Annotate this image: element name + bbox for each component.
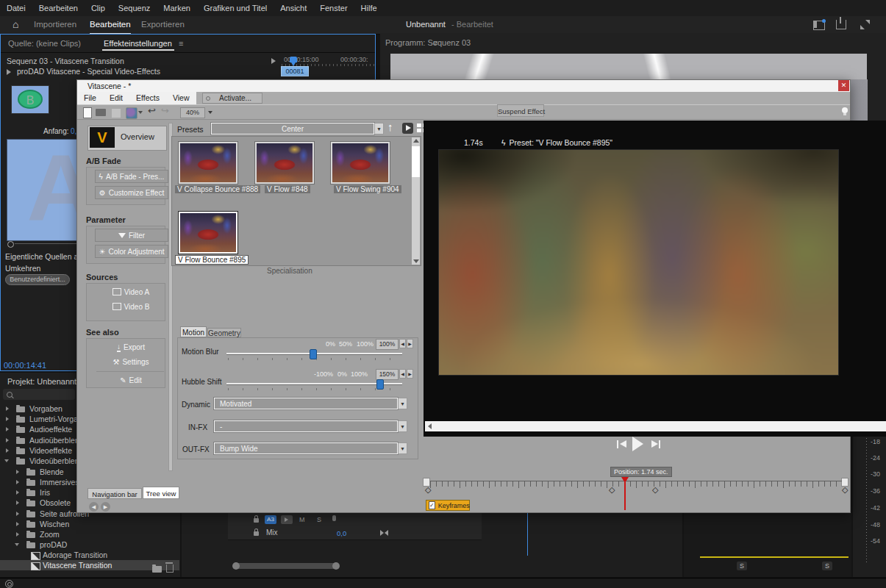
spin-left-icon[interactable]: ◀	[399, 339, 406, 348]
preview-hscrollbar[interactable]	[425, 421, 886, 431]
effect-twirl-icon[interactable]	[7, 69, 11, 75]
prev-frame-icon[interactable]	[617, 440, 626, 449]
keyframe-diamond[interactable]: ◇	[842, 485, 848, 495]
menu-clip[interactable]: Clip	[85, 0, 112, 16]
menu-bearbeiten[interactable]: Bearbeiten	[32, 0, 85, 16]
source-patch-icon[interactable]	[281, 515, 293, 524]
lock-icon[interactable]	[254, 531, 259, 536]
solo-button[interactable]: S	[317, 516, 321, 523]
clip-b-thumbnail[interactable]: B	[11, 85, 49, 114]
keyframe-diamond[interactable]: ◇	[425, 485, 431, 495]
solo-button-left[interactable]: S	[737, 562, 747, 570]
out-fx-arrow-icon[interactable]: ▼	[398, 442, 407, 454]
creative-cloud-icon[interactable]	[5, 580, 13, 588]
preset-up-icon[interactable]: ↑	[387, 121, 393, 133]
lightbulb-icon[interactable]	[842, 107, 848, 113]
tree-row[interactable]: Adorage Transition	[0, 550, 179, 560]
preset-category-arrow-icon[interactable]: ▼	[374, 123, 384, 135]
customize-effect-button[interactable]: ⚙Customize Effect	[95, 186, 168, 199]
new-file-icon[interactable]	[83, 107, 92, 118]
undo-icon[interactable]: ↩	[148, 105, 156, 116]
red-playhead-line[interactable]	[624, 482, 626, 510]
ab-fade-presets-button[interactable]: ϟA/B Fade - Pres...	[95, 170, 168, 183]
tab-navigation-bar[interactable]: Navigation bar	[87, 488, 142, 499]
spin-left-icon[interactable]: ◀	[399, 369, 406, 379]
share-icon[interactable]	[836, 20, 846, 29]
motion-blur-value[interactable]: 100%	[376, 339, 399, 350]
scroll-left-icon[interactable]	[428, 423, 432, 429]
menu-grafiken[interactable]: Grafiken und Titel	[197, 0, 274, 16]
open-file-icon[interactable]	[96, 109, 106, 116]
vitascene-titlebar[interactable]: Vitascene - * ✕	[77, 80, 850, 92]
solo-button-right[interactable]: S	[822, 562, 832, 570]
workspace-icon[interactable]	[813, 21, 825, 30]
zoom-track[interactable]	[15, 243, 76, 244]
tab-effect-controls[interactable]: Effekteinstellungen	[104, 39, 172, 48]
menu-fenster[interactable]: Fenster	[313, 0, 354, 16]
timeline-hscrollbar[interactable]	[234, 563, 338, 569]
panel-timecode[interactable]: 00:00:14:41	[4, 361, 46, 370]
mini-playhead[interactable]	[290, 57, 297, 62]
tree-row[interactable]: proDAD	[0, 539, 179, 550]
tree-row[interactable]: Wischen	[0, 519, 179, 529]
spin-right-icon[interactable]: ▶	[407, 369, 413, 379]
track-a3-badge[interactable]: A3	[265, 515, 276, 524]
checkbox-checked-icon[interactable]: ✓	[429, 501, 435, 509]
zoom-level[interactable]: 40%	[180, 107, 205, 118]
vmenu-file[interactable]: File	[77, 92, 103, 104]
preset-play-icon[interactable]	[402, 123, 413, 134]
preset-thumb[interactable]	[179, 142, 237, 184]
vmenu-effects[interactable]: Effects	[129, 92, 166, 104]
timeline-playhead[interactable]	[527, 513, 528, 556]
dynamic-dropdown[interactable]: Motivated	[214, 398, 398, 409]
render-icon[interactable]	[126, 107, 137, 119]
nav-back-icon[interactable]: ◀	[89, 502, 99, 512]
settings-button[interactable]: ⚒Settings	[95, 356, 167, 368]
menu-marken[interactable]: Marken	[157, 0, 197, 16]
video-a-button[interactable]: Video A	[95, 286, 167, 298]
close-icon[interactable]: ✕	[838, 80, 849, 91]
fullscreen-icon[interactable]	[860, 20, 870, 29]
tab-bearbeiten[interactable]: Bearbeiten	[90, 16, 131, 35]
out-fx-dropdown[interactable]: Bump Wide	[214, 442, 398, 454]
dynamic-arrow-icon[interactable]: ▼	[398, 398, 407, 409]
home-icon[interactable]: ⌂	[12, 18, 18, 30]
scroll-thumb[interactable]	[412, 146, 420, 177]
spin-right-icon[interactable]: ▶	[407, 339, 413, 348]
edit-button[interactable]: ✎Edit	[95, 374, 167, 386]
transition-clip-chip[interactable]: 00081	[281, 66, 309, 76]
vmenu-edit[interactable]: Edit	[103, 92, 129, 104]
play-icon[interactable]	[632, 437, 643, 451]
transition-a-preview[interactable]: A	[7, 139, 78, 241]
tab-importieren[interactable]: Importieren	[34, 16, 76, 33]
trash-icon[interactable]	[166, 564, 174, 573]
tab-motion[interactable]: Motion	[180, 326, 207, 337]
export-button[interactable]: ↓Export	[95, 341, 167, 353]
mic-icon[interactable]	[332, 515, 336, 521]
video-b-button[interactable]: Video B	[95, 301, 167, 312]
hubble-shift-thumb[interactable]	[376, 379, 384, 390]
in-fx-dropdown[interactable]: -	[214, 420, 398, 432]
menu-datei[interactable]: Datei	[0, 0, 32, 16]
program-menu-icon[interactable]: ≡	[433, 38, 437, 47]
search-input[interactable]	[3, 389, 75, 400]
nav-forward-icon[interactable]: ▶	[101, 502, 110, 512]
tab-tree-view[interactable]: Tree view	[143, 487, 179, 499]
mix-value[interactable]: 0,0	[337, 529, 346, 537]
scroll-up-icon[interactable]	[413, 139, 419, 143]
next-frame-icon[interactable]	[651, 440, 661, 449]
keyframe-nav-icon[interactable]	[380, 530, 384, 536]
overview-button[interactable]: V Overview	[87, 126, 167, 151]
motion-blur-thumb[interactable]	[310, 349, 317, 359]
menu-ansicht[interactable]: Ansicht	[274, 0, 313, 16]
suspend-effect-button[interactable]: Suspend Effect	[497, 104, 544, 117]
preset-thumb-selected[interactable]	[179, 212, 237, 254]
preset-thumb[interactable]	[255, 142, 314, 184]
new-bin-icon[interactable]	[152, 566, 162, 573]
menu-hilfe[interactable]: Hilfe	[354, 0, 384, 16]
vmenu-view[interactable]: View	[166, 92, 196, 104]
tab-source-monitor[interactable]: Quelle: (keine Clips)	[8, 39, 81, 48]
hubble-shift-value[interactable]: 150%	[376, 369, 399, 380]
menu-sequenz[interactable]: Sequenz	[112, 0, 157, 16]
tree-row[interactable]: Zoom	[0, 529, 179, 539]
